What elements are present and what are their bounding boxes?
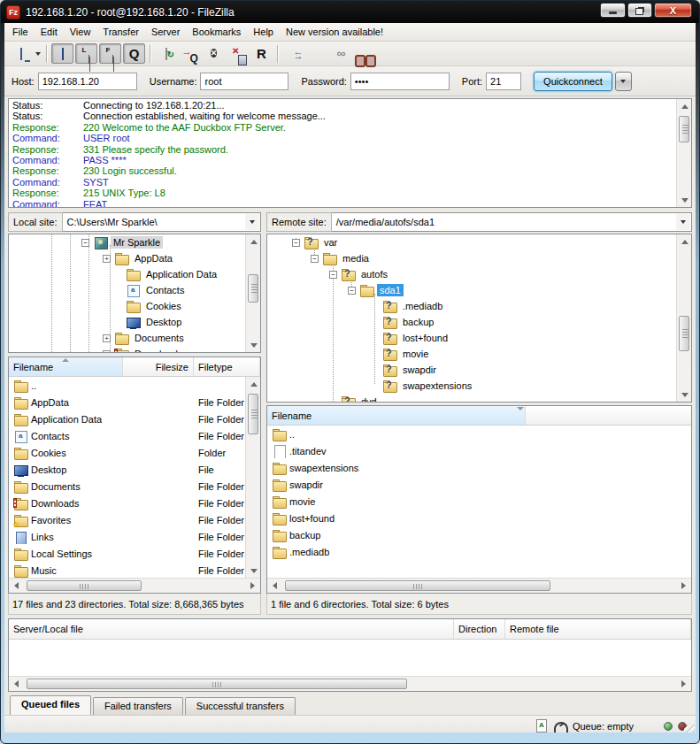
file-row[interactable]: lost+found	[267, 510, 691, 526]
toggle-local-tree-button[interactable]: L	[75, 43, 97, 64]
disconnect-button[interactable]	[227, 43, 249, 64]
menu-transfer[interactable]: Transfer	[96, 25, 145, 39]
file-row[interactable]: CookiesFolder	[9, 444, 245, 461]
chevron-down-icon[interactable]	[676, 214, 690, 230]
minimize-button[interactable]	[600, 3, 626, 18]
tree-item[interactable]: −Mr Sparkle	[9, 234, 245, 250]
tab-failed-transfers[interactable]: Failed transfers	[93, 697, 183, 715]
tree-item[interactable]: −sda1	[267, 282, 676, 298]
new-version-notice[interactable]: New version available!	[280, 25, 389, 39]
reconnect-button[interactable]: R	[250, 43, 273, 64]
tree-item[interactable]: −?var	[267, 234, 676, 250]
file-row[interactable]: movie	[267, 493, 691, 510]
collapse-icon[interactable]: −	[292, 239, 300, 247]
remote-site-combobox[interactable]: /var/media/autofs/sda1	[332, 212, 692, 232]
file-row[interactable]: DocumentsFile Folder	[9, 478, 245, 495]
file-row[interactable]: MusicFile Folder	[9, 562, 245, 578]
synchronized-browsing-button[interactable]: ∞	[330, 43, 352, 64]
menu-file[interactable]: File	[6, 25, 35, 39]
file-row[interactable]: ..	[9, 377, 245, 394]
local-tree-scrollbar[interactable]	[245, 234, 260, 352]
site-manager-dropdown-button[interactable]	[33, 43, 42, 64]
tree-item[interactable]: Contacts	[9, 282, 245, 298]
menu-help[interactable]: Help	[247, 25, 280, 39]
resize-grip[interactable]	[684, 725, 695, 732]
file-row[interactable]: DesktopFile	[9, 461, 245, 478]
local-site-combobox[interactable]: C:\Users\Mr Sparkle\	[63, 212, 261, 232]
tree-item[interactable]: ?swapdir	[267, 362, 676, 378]
title-bar[interactable]: Fz 192.168.1.20 - root@192.168.1.20 - Fi…	[1, 1, 699, 23]
chevron-down-icon[interactable]	[245, 214, 259, 230]
file-row[interactable]: LinksFile Folder	[9, 528, 245, 545]
local-list-hscrollbar[interactable]	[9, 578, 260, 593]
expand-icon[interactable]: +	[103, 334, 111, 342]
queue-hscrollbar[interactable]	[9, 676, 691, 691]
tree-item[interactable]: Application Data	[9, 266, 245, 282]
scroll-down-icon[interactable]	[677, 193, 692, 207]
username-input[interactable]	[200, 73, 288, 90]
collapse-icon[interactable]: −	[81, 239, 89, 247]
scroll-up-icon[interactable]	[677, 99, 692, 113]
collapse-icon[interactable]: −	[348, 287, 356, 295]
toggle-remote-tree-button[interactable]: F	[99, 43, 121, 64]
file-row[interactable]: DownloadsFile Folder	[9, 495, 245, 511]
file-row[interactable]: ContactsFile Folder	[9, 427, 245, 444]
file-row[interactable]: Application DataFile Folder	[9, 410, 245, 427]
tree-item[interactable]: Desktop	[9, 314, 245, 330]
expand-icon[interactable]: +	[103, 255, 111, 263]
file-row[interactable]: Local SettingsFile Folder	[9, 545, 245, 562]
tree-item[interactable]: ?.mediadb	[267, 298, 676, 314]
collapse-icon[interactable]: −	[311, 255, 319, 263]
quickconnect-dropdown-button[interactable]	[615, 72, 632, 91]
tree-item[interactable]: ?backup	[267, 314, 676, 330]
tree-item[interactable]: ?dvd	[267, 394, 676, 402]
tab-queued-files[interactable]: Queued files	[10, 695, 91, 715]
refresh-button[interactable]	[155, 43, 177, 64]
queue-column-direction[interactable]: Direction	[454, 619, 505, 639]
find-files-button[interactable]	[354, 43, 376, 64]
file-row[interactable]: swapdir	[267, 476, 691, 493]
file-row[interactable]: ★FavoritesFile Folder	[9, 511, 245, 528]
log-scrollbar[interactable]	[676, 99, 691, 207]
file-row[interactable]: swapextensions	[267, 459, 691, 476]
tree-item[interactable]: +Downloads	[9, 346, 245, 352]
tree-item[interactable]: −?autofs	[267, 266, 676, 282]
collapse-icon[interactable]: −	[329, 271, 337, 279]
directory-filters-button[interactable]	[306, 43, 328, 64]
file-row[interactable]: .titandev	[267, 442, 691, 459]
file-row[interactable]: .mediadb	[267, 543, 691, 560]
menu-edit[interactable]: Edit	[35, 25, 64, 39]
tree-item[interactable]: ?lost+found	[267, 330, 676, 346]
cancel-button[interactable]: ✕	[203, 43, 225, 64]
restore-button[interactable]	[627, 3, 652, 18]
remote-tree-scrollbar[interactable]	[676, 234, 691, 402]
host-input[interactable]	[38, 73, 137, 90]
menu-server[interactable]: Server	[145, 25, 186, 39]
column-header-filesize[interactable]: Filesize	[123, 357, 194, 376]
site-manager-button[interactable]	[10, 43, 32, 64]
file-row[interactable]: backup	[267, 526, 691, 543]
column-header-filename[interactable]: Filename	[267, 406, 526, 425]
tree-item[interactable]: −media	[267, 250, 676, 266]
expand-icon[interactable]: +	[103, 350, 111, 353]
column-header-filetype[interactable]: Filetype	[194, 357, 260, 376]
quickconnect-button[interactable]: Quickconnect	[534, 72, 612, 91]
compare-directories-button[interactable]: →←	[282, 43, 304, 64]
tree-item[interactable]: ?swapextensions	[267, 378, 676, 394]
tree-item[interactable]: Cookies	[9, 298, 245, 314]
file-row[interactable]: AppDataFile Folder	[9, 394, 245, 410]
queue-column-server-local-file[interactable]: Server/Local file	[9, 619, 454, 639]
file-row[interactable]: ..	[267, 426, 691, 442]
password-input[interactable]	[350, 73, 450, 90]
tab-successful-transfers[interactable]: Successful transfers	[185, 697, 296, 715]
process-queue-button[interactable]: Q	[179, 43, 201, 64]
close-button[interactable]: X	[654, 3, 692, 18]
toggle-queue-button[interactable]: Q	[123, 43, 145, 64]
column-header-filename[interactable]: Filename	[9, 357, 123, 376]
menu-view[interactable]: View	[64, 25, 97, 39]
tree-item[interactable]: +AppData	[9, 250, 245, 266]
queue-column-remote-file[interactable]: Remote file	[505, 619, 691, 639]
toggle-message-log-button[interactable]	[51, 43, 73, 64]
tree-item[interactable]: ?movie	[267, 346, 676, 362]
port-input[interactable]	[486, 73, 521, 90]
